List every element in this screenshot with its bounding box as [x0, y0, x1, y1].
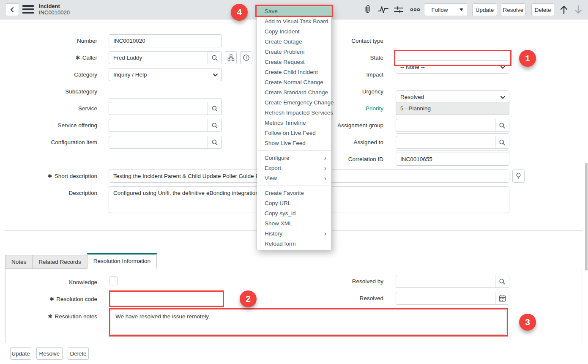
- more-options-icon[interactable]: [410, 8, 420, 12]
- menu-item-configure[interactable]: Configure›: [257, 153, 331, 163]
- resolve-button[interactable]: Resolve: [501, 3, 525, 16]
- lightbulb-icon: [515, 172, 522, 180]
- menu-item-metrics-timeline[interactable]: Metrics Timeline: [257, 118, 331, 128]
- menu-item-label: Create Normal Change: [265, 77, 323, 88]
- follow-dropdown-button[interactable]: [455, 8, 468, 11]
- menu-item-label: Add to Visual Task Board: [265, 16, 328, 27]
- menu-item-copy-sys-id[interactable]: Copy sys_id: [257, 208, 331, 219]
- menu-item-export[interactable]: Export›: [257, 163, 331, 173]
- follow-button[interactable]: Follow: [424, 7, 455, 13]
- menu-item-create-normal-change[interactable]: Create Normal Change: [257, 77, 331, 88]
- annotation-badge-1: 1: [519, 50, 536, 67]
- resolved-by-lookup-button[interactable]: [495, 275, 509, 287]
- short-description-label: ✱ Short description: [8, 172, 97, 180]
- annotation-frame-resolution-code: [109, 290, 224, 307]
- menu-item-copy-url[interactable]: Copy URL: [257, 198, 331, 208]
- menu-item-create-emergency-change[interactable]: Create Emergency Change: [257, 98, 331, 108]
- service-offering-lookup-button[interactable]: [208, 119, 222, 131]
- resolution-code-label: ✱ Resolution code: [8, 295, 97, 303]
- menu-item-label: Create Standard Change: [265, 88, 328, 98]
- menu-item-label: Show XML: [265, 219, 292, 229]
- context-menu-icon[interactable]: [22, 5, 34, 14]
- annotation-badge-3: 3: [519, 314, 536, 331]
- arrow-up-icon[interactable]: [559, 5, 569, 15]
- menu-item-label: Create Emergency Change: [265, 98, 334, 108]
- menu-item-follow-on-live-feed[interactable]: Follow on Live Feed: [257, 128, 331, 138]
- update-button[interactable]: Update: [472, 3, 497, 16]
- menu-item-history[interactable]: History›: [257, 229, 331, 239]
- menu-item-label: View: [265, 173, 277, 183]
- hierarchy-icon: [227, 54, 235, 61]
- menu-item-add-to-visual-task-board[interactable]: Add to Visual Task Board: [257, 16, 331, 27]
- record-title: Incident INC0010020: [39, 3, 70, 16]
- assignment-group-lookup-field: [396, 119, 509, 132]
- menu-item-create-standard-change[interactable]: Create Standard Change: [257, 88, 331, 98]
- activity-stream-icon[interactable]: [378, 5, 388, 14]
- menu-item-label: Export: [265, 163, 281, 173]
- category-select[interactable]: Inquiry / Help: [109, 68, 222, 81]
- caller-hierarchy-button[interactable]: [225, 51, 237, 64]
- configuration-item-lookup-button[interactable]: [208, 136, 222, 148]
- service-input[interactable]: [109, 102, 208, 115]
- menu-item-create-outage[interactable]: Create Outage: [257, 37, 331, 47]
- resolved-calendar-button[interactable]: [495, 292, 509, 304]
- caller-lookup-button[interactable]: [208, 52, 222, 64]
- menu-item-create-request[interactable]: Create Request: [257, 57, 331, 67]
- attachment-icon[interactable]: [363, 5, 372, 15]
- info-icon: [243, 54, 250, 61]
- menu-item-show-live-feed[interactable]: Show Live Feed: [257, 138, 331, 148]
- menu-item-show-xml[interactable]: Show XML: [257, 219, 331, 229]
- assigned-to-input[interactable]: [396, 136, 495, 148]
- footer-update-button[interactable]: Update: [10, 347, 31, 360]
- menu-separator: [257, 151, 331, 151]
- tab-notes[interactable]: Notes: [5, 255, 33, 269]
- tab-resolution-information[interactable]: Resolution Information: [87, 253, 157, 269]
- footer-delete-button[interactable]: Delete: [68, 347, 89, 360]
- knowledge-checkbox[interactable]: [109, 276, 118, 285]
- tab-related-records[interactable]: Related Records: [32, 255, 88, 269]
- back-button[interactable]: [5, 3, 19, 16]
- follow-split-button: Follow: [424, 3, 468, 16]
- configuration-item-lookup-field: [109, 136, 222, 149]
- priority-link[interactable]: Priority: [366, 104, 383, 112]
- search-icon: [499, 139, 506, 146]
- personalize-form-icon[interactable]: [394, 5, 403, 14]
- suggestion-button[interactable]: [512, 170, 525, 183]
- menu-item-label: Create Outage: [265, 37, 302, 47]
- menu-item-view[interactable]: View›: [257, 173, 331, 183]
- resolved-date-input[interactable]: [396, 292, 495, 304]
- menu-item-label: Create Child Incident: [265, 67, 318, 77]
- assigned-to-lookup-button[interactable]: [495, 136, 509, 148]
- assignment-group-input[interactable]: [396, 119, 495, 131]
- caller-input[interactable]: Fred Luddy: [109, 52, 208, 64]
- correlation-id-input[interactable]: INC0010655: [396, 153, 509, 166]
- priority-readonly-field: 5 - Planning: [396, 102, 509, 115]
- footer-resolve-button[interactable]: Resolve: [36, 347, 63, 360]
- service-offering-input[interactable]: [109, 119, 208, 131]
- number-input[interactable]: INC0010020: [109, 34, 222, 47]
- submenu-chevron-icon: ›: [324, 153, 326, 163]
- submenu-chevron-icon: ›: [324, 173, 326, 183]
- menu-item-label: Refresh Impacted Services: [265, 108, 333, 118]
- vertical-scrollbar[interactable]: [585, 163, 588, 271]
- menu-item-label: Show Live Feed: [265, 138, 306, 148]
- assignment-group-lookup-button[interactable]: [495, 119, 509, 131]
- caller-label: ✱ Caller: [8, 54, 97, 62]
- menu-item-create-child-incident[interactable]: Create Child Incident: [257, 67, 331, 77]
- resolved-by-input[interactable]: [396, 275, 495, 287]
- menu-item-reload-form[interactable]: Reload form: [257, 239, 331, 249]
- arrow-down-icon[interactable]: [574, 5, 583, 15]
- service-lookup-button[interactable]: [208, 102, 222, 115]
- delete-button[interactable]: Delete: [531, 3, 554, 16]
- caller-preview-button[interactable]: [240, 51, 252, 64]
- category-label: Category: [8, 71, 97, 79]
- annotation-frame-resolution-notes: [109, 308, 508, 337]
- record-type-label: Incident: [39, 3, 70, 9]
- menu-item-refresh-impacted-services[interactable]: Refresh Impacted Services: [257, 108, 331, 118]
- service-lookup-field: [109, 102, 222, 115]
- menu-item-create-problem[interactable]: Create Problem: [257, 47, 331, 57]
- menu-item-copy-incident[interactable]: Copy Incident: [257, 27, 331, 37]
- configuration-item-input[interactable]: [109, 136, 208, 148]
- menu-item-create-favorite[interactable]: Create Favorite: [257, 188, 331, 198]
- servicenow-incident-form: Incident INC0010020 Follow Update Resolv…: [0, 0, 588, 92]
